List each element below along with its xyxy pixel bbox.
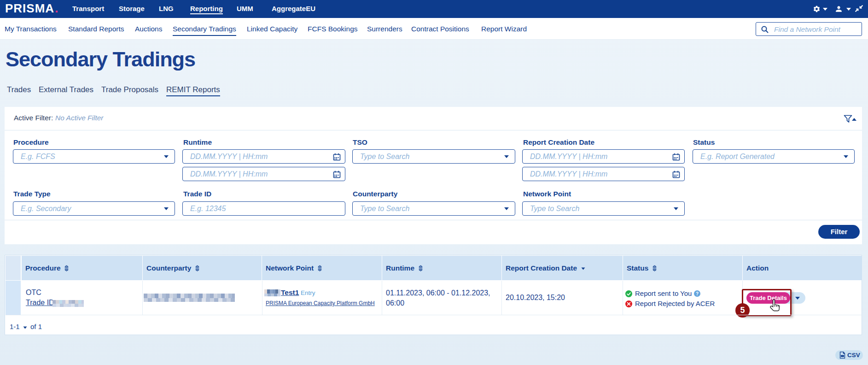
- svg-text:?: ?: [696, 291, 699, 296]
